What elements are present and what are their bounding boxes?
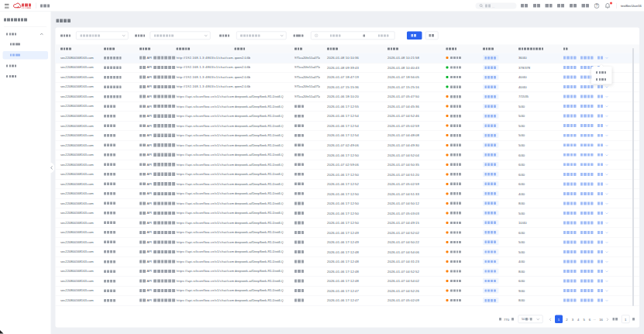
svg-text:?: ? — [596, 4, 598, 8]
